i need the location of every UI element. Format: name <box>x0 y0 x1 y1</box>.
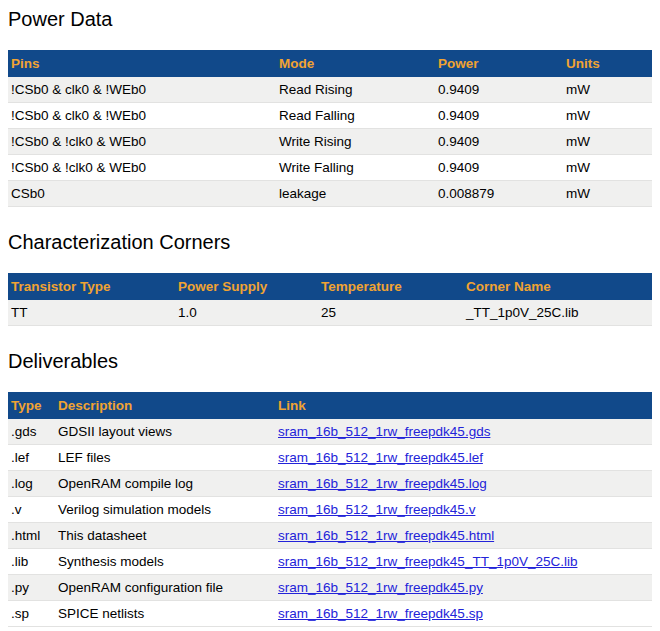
table-cell: 0.9409 <box>435 155 563 181</box>
table-cell: GDSII layout views <box>55 419 275 445</box>
power-data-table: PinsModePowerUnits!CSb0 & clk0 & !WEb0Re… <box>8 50 652 207</box>
table-cell: sram_16b_512_1rw_freepdk45.log <box>275 471 652 497</box>
file-link[interactable]: sram_16b_512_1rw_freepdk45.gds <box>278 424 490 439</box>
section-power-data: Power Data PinsModePowerUnits!CSb0 & clk… <box>8 8 652 207</box>
table-cell: Write Rising <box>276 129 435 155</box>
table-cell: sram_16b_512_1rw_freepdk45.py <box>275 575 652 601</box>
table-cell: CSb0 <box>8 181 276 207</box>
file-link[interactable]: sram_16b_512_1rw_freepdk45.html <box>278 528 494 543</box>
file-link[interactable]: sram_16b_512_1rw_freepdk45.py <box>278 580 483 595</box>
table-cell: mW <box>563 103 652 129</box>
column-header: Type <box>8 392 55 419</box>
column-header: Temperature <box>318 273 463 300</box>
table-row: TT1.025_TT_1p0V_25C.lib <box>8 300 652 326</box>
table-row: !CSb0 & clk0 & !WEb0Read Falling0.9409mW <box>8 103 652 129</box>
table-row: !CSb0 & !clk0 & WEb0Write Rising0.9409mW <box>8 129 652 155</box>
table-cell: LEF files <box>55 445 275 471</box>
table-cell: leakage <box>276 181 435 207</box>
table-cell: !CSb0 & !clk0 & WEb0 <box>8 129 276 155</box>
table-cell: 0.9409 <box>435 103 563 129</box>
table-cell: sram_16b_512_1rw_freepdk45.lef <box>275 445 652 471</box>
deliverables-table: TypeDescriptionLink.gdsGDSII layout view… <box>8 392 652 627</box>
table-row: !CSb0 & clk0 & !WEb0Read Rising0.9409mW <box>8 77 652 103</box>
table-cell: 0.008879 <box>435 181 563 207</box>
table-cell: sram_16b_512_1rw_freepdk45.gds <box>275 419 652 445</box>
table-header-row: TypeDescriptionLink <box>8 392 652 419</box>
table-cell: !CSb0 & clk0 & !WEb0 <box>8 103 276 129</box>
table-cell: sram_16b_512_1rw_freepdk45.v <box>275 497 652 523</box>
table-cell: sram_16b_512_1rw_freepdk45.html <box>275 523 652 549</box>
column-header: Link <box>275 392 652 419</box>
table-cell: Read Falling <box>276 103 435 129</box>
table-cell: .sp <box>8 601 55 627</box>
file-link[interactable]: sram_16b_512_1rw_freepdk45.lef <box>278 450 483 465</box>
table-cell: sram_16b_512_1rw_freepdk45_TT_1p0V_25C.l… <box>275 549 652 575</box>
column-header: Units <box>563 50 652 77</box>
table-cell: 0.9409 <box>435 129 563 155</box>
table-cell: OpenRAM compile log <box>55 471 275 497</box>
table-cell: .gds <box>8 419 55 445</box>
table-cell: _TT_1p0V_25C.lib <box>463 300 652 326</box>
table-cell: .html <box>8 523 55 549</box>
column-header: Description <box>55 392 275 419</box>
table-row: .vVerilog simulation modelssram_16b_512_… <box>8 497 652 523</box>
table-cell: mW <box>563 155 652 181</box>
table-cell: .lib <box>8 549 55 575</box>
table-cell: 25 <box>318 300 463 326</box>
table-cell: mW <box>563 129 652 155</box>
file-link[interactable]: sram_16b_512_1rw_freepdk45.sp <box>278 606 483 621</box>
section-deliverables: Deliverables TypeDescriptionLink.gdsGDSI… <box>8 350 652 627</box>
table-cell: .log <box>8 471 55 497</box>
column-header: Pins <box>8 50 276 77</box>
table-cell: Read Rising <box>276 77 435 103</box>
table-row: .pyOpenRAM configuration filesram_16b_51… <box>8 575 652 601</box>
deliverables-heading: Deliverables <box>8 350 652 373</box>
table-row: CSb0leakage0.008879mW <box>8 181 652 207</box>
table-cell: SPICE netlists <box>55 601 275 627</box>
table-cell: OpenRAM configuration file <box>55 575 275 601</box>
table-cell: Verilog simulation models <box>55 497 275 523</box>
file-link[interactable]: sram_16b_512_1rw_freepdk45_TT_1p0V_25C.l… <box>278 554 577 569</box>
table-header-row: Transistor TypePower SupplyTemperatureCo… <box>8 273 652 300</box>
table-cell: !CSb0 & clk0 & !WEb0 <box>8 77 276 103</box>
table-cell: 0.9409 <box>435 77 563 103</box>
characterization-corners-table: Transistor TypePower SupplyTemperatureCo… <box>8 273 652 326</box>
column-header: Power <box>435 50 563 77</box>
table-header-row: PinsModePowerUnits <box>8 50 652 77</box>
table-cell: 1.0 <box>175 300 318 326</box>
table-row: .logOpenRAM compile logsram_16b_512_1rw_… <box>8 471 652 497</box>
table-cell: .py <box>8 575 55 601</box>
table-row: .spSPICE netlistssram_16b_512_1rw_freepd… <box>8 601 652 627</box>
column-header: Mode <box>276 50 435 77</box>
power-data-heading: Power Data <box>8 8 652 31</box>
table-cell: Synthesis models <box>55 549 275 575</box>
column-header: Power Supply <box>175 273 318 300</box>
table-row: .lefLEF filessram_16b_512_1rw_freepdk45.… <box>8 445 652 471</box>
file-link[interactable]: sram_16b_512_1rw_freepdk45.log <box>278 476 487 491</box>
characterization-corners-heading: Characterization Corners <box>8 231 652 254</box>
column-header: Transistor Type <box>8 273 175 300</box>
table-cell: sram_16b_512_1rw_freepdk45.sp <box>275 601 652 627</box>
table-row: .gdsGDSII layout viewssram_16b_512_1rw_f… <box>8 419 652 445</box>
table-cell: mW <box>563 181 652 207</box>
file-link[interactable]: sram_16b_512_1rw_freepdk45.v <box>278 502 475 517</box>
table-cell: Write Falling <box>276 155 435 181</box>
table-cell: TT <box>8 300 175 326</box>
table-cell: This datasheet <box>55 523 275 549</box>
table-cell: .v <box>8 497 55 523</box>
table-row: !CSb0 & !clk0 & WEb0Write Falling0.9409m… <box>8 155 652 181</box>
table-cell: !CSb0 & !clk0 & WEb0 <box>8 155 276 181</box>
table-row: .libSynthesis modelssram_16b_512_1rw_fre… <box>8 549 652 575</box>
column-header: Corner Name <box>463 273 652 300</box>
table-row: .htmlThis datasheetsram_16b_512_1rw_free… <box>8 523 652 549</box>
table-cell: .lef <box>8 445 55 471</box>
table-cell: mW <box>563 77 652 103</box>
section-characterization-corners: Characterization Corners Transistor Type… <box>8 231 652 326</box>
